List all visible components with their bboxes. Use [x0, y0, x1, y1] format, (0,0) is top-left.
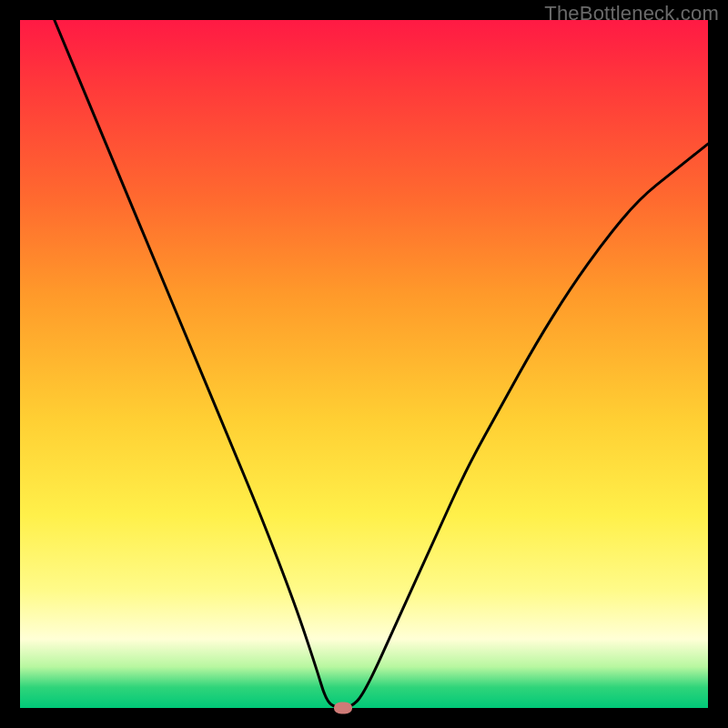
chart-frame: TheBottleneck.com [0, 0, 728, 728]
minimum-marker [334, 703, 352, 714]
watermark-text: TheBottleneck.com [544, 2, 719, 25]
plot-area [20, 20, 708, 708]
bottleneck-curve [20, 20, 708, 708]
